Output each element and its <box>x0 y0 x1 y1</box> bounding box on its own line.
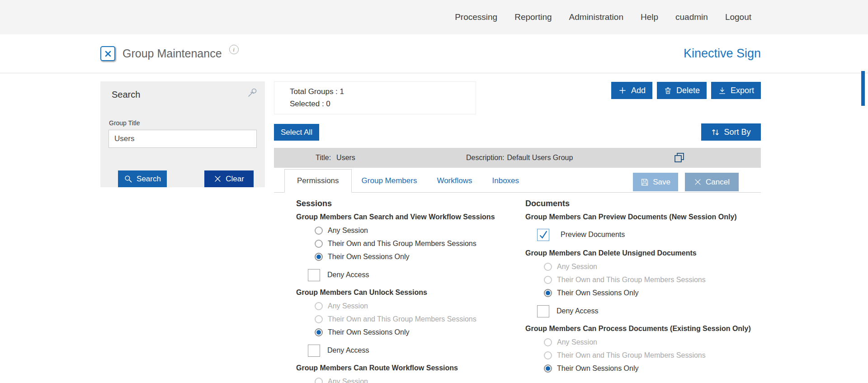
delete-button-label: Delete <box>676 86 700 95</box>
summary-box: Total Groups : 1 Selected : 0 <box>274 81 476 114</box>
nav-help[interactable]: Help <box>641 12 658 22</box>
brand-name: Kinective Sign <box>684 47 761 61</box>
tab-inboxes[interactable]: Inboxes <box>482 169 529 192</box>
group-title-key: Title: <box>316 154 331 162</box>
top-nav: Processing Reporting Administration Help… <box>0 0 868 34</box>
radio-option-any-session[interactable]: Any Session <box>525 260 772 273</box>
radio-icon[interactable] <box>315 240 323 248</box>
radio-icon-selected[interactable] <box>315 253 323 261</box>
radio-option-any-session[interactable]: Any Session <box>525 336 772 349</box>
radio-option-any-session[interactable]: Any Session <box>296 375 524 383</box>
group-title-value: Users <box>336 154 355 162</box>
nav-administration[interactable]: Administration <box>569 12 623 22</box>
radio-label: Any Session <box>557 263 597 271</box>
header-bar: Group Maintenance i Kinective Sign <box>0 34 868 73</box>
trash-icon <box>664 86 672 95</box>
radio-option-own-and-group[interactable]: Their Own and This Group Members Session… <box>525 349 772 362</box>
delete-button[interactable]: Delete <box>657 82 707 99</box>
checkbox-icon[interactable] <box>308 269 320 281</box>
group-description: Description: Default Users Group <box>466 154 573 162</box>
radio-icon[interactable] <box>544 338 552 346</box>
selected-count-text: Selected : 0 <box>290 99 476 109</box>
group-title-input[interactable] <box>108 130 257 148</box>
check-icon <box>538 229 549 241</box>
x-mark-icon <box>104 49 113 58</box>
radio-option-own-and-group[interactable]: Their Own and This Group Members Session… <box>525 273 772 286</box>
scrollbar-thumb[interactable] <box>861 71 865 106</box>
checkbox-icon[interactable] <box>537 305 549 317</box>
radio-option-any-session[interactable]: Any Session <box>296 299 524 312</box>
radio-icon[interactable] <box>315 302 323 310</box>
permission-group-label: Group Members Can Process Documents (Exi… <box>525 325 772 333</box>
x-icon <box>214 175 222 183</box>
permission-group-label: Group Members Can Preview Documents (New… <box>525 213 772 221</box>
radio-option-own-only[interactable]: Their Own Sessions Only <box>525 362 772 375</box>
deny-access-row[interactable]: Deny Access <box>296 267 524 283</box>
sessions-column: Sessions Group Members Can Search and Vi… <box>296 199 524 383</box>
radio-icon-selected[interactable] <box>544 289 552 297</box>
export-button[interactable]: Export <box>711 82 761 99</box>
overlapping-squares-icon <box>674 152 685 164</box>
radio-icon[interactable] <box>544 351 552 359</box>
clear-button-label: Clear <box>226 175 244 184</box>
checkbox-icon-checked[interactable] <box>537 229 549 241</box>
preview-documents-row[interactable]: Preview Documents <box>525 226 772 244</box>
select-all-button[interactable]: Select All <box>274 124 319 141</box>
radio-label: Their Own and This Group Members Session… <box>557 351 706 359</box>
save-button[interactable]: Save <box>633 173 678 191</box>
radio-icon-selected[interactable] <box>544 364 552 373</box>
pin-icon[interactable] <box>247 87 259 100</box>
radio-option-own-only[interactable]: Their Own Sessions Only <box>296 326 524 339</box>
radio-label: Their Own Sessions Only <box>557 289 639 297</box>
copy-icon[interactable] <box>674 152 685 165</box>
radio-option-own-only[interactable]: Their Own Sessions Only <box>525 286 772 299</box>
deny-access-row[interactable]: Deny Access <box>296 342 524 359</box>
radio-option-own-and-group[interactable]: Their Own and This Group Members Session… <box>296 237 524 250</box>
checkbox-icon[interactable] <box>308 345 320 357</box>
page-title: Group Maintenance <box>123 47 222 60</box>
radio-label: Their Own Sessions Only <box>328 328 410 336</box>
deny-access-row[interactable]: Deny Access <box>525 303 772 319</box>
radio-option-any-session[interactable]: Any Session <box>296 224 524 237</box>
nav-user-cuadmin[interactable]: cuadmin <box>675 12 708 22</box>
checkbox-label: Deny Access <box>557 307 598 315</box>
nav-logout[interactable]: Logout <box>725 12 751 22</box>
documents-column: Documents Group Members Can Preview Docu… <box>525 199 772 375</box>
radio-icon[interactable] <box>315 378 323 383</box>
group-description-key: Description: <box>466 154 504 162</box>
floppy-disk-icon <box>641 178 649 186</box>
search-panel: Search Group Title Search Clear <box>100 81 265 187</box>
group-row[interactable]: Title: Users Description: Default Users … <box>274 148 761 168</box>
radio-label: Their Own and This Group Members Session… <box>328 240 476 248</box>
group-title-label: Group Title <box>109 119 140 127</box>
group-description-value: Default Users Group <box>507 154 573 162</box>
tab-workflows[interactable]: Workflows <box>427 169 482 192</box>
radio-label: Their Own Sessions Only <box>557 364 639 373</box>
sort-by-button[interactable]: Sort By <box>701 123 761 141</box>
x-icon <box>694 178 702 186</box>
checkbox-label: Deny Access <box>327 271 369 279</box>
sort-arrows-icon <box>711 128 720 137</box>
tab-group-members[interactable]: Group Members <box>352 169 427 192</box>
nav-processing[interactable]: Processing <box>455 12 497 22</box>
plus-icon <box>618 86 627 95</box>
toolbar: Add Delete Export <box>611 82 761 99</box>
cancel-button[interactable]: Cancel <box>685 173 739 191</box>
radio-icon[interactable] <box>315 315 323 323</box>
search-button[interactable]: Search <box>118 170 167 187</box>
radio-label: Their Own and This Group Members Session… <box>328 315 476 323</box>
radio-option-own-only[interactable]: Their Own Sessions Only <box>296 250 524 263</box>
add-button[interactable]: Add <box>611 82 652 99</box>
radio-icon[interactable] <box>315 227 323 235</box>
radio-icon[interactable] <box>544 276 552 284</box>
radio-option-own-and-group[interactable]: Their Own and This Group Members Session… <box>296 312 524 326</box>
nav-reporting[interactable]: Reporting <box>514 12 552 22</box>
tab-permissions[interactable]: Permissions <box>284 169 352 193</box>
documents-heading: Documents <box>525 199 772 208</box>
radio-icon-selected[interactable] <box>315 328 323 336</box>
radio-icon[interactable] <box>544 263 552 271</box>
tab-group-members-label: Group Members <box>362 176 417 185</box>
clear-button[interactable]: Clear <box>204 170 254 187</box>
tab-permissions-label: Permissions <box>297 176 339 185</box>
info-icon[interactable]: i <box>229 45 239 54</box>
